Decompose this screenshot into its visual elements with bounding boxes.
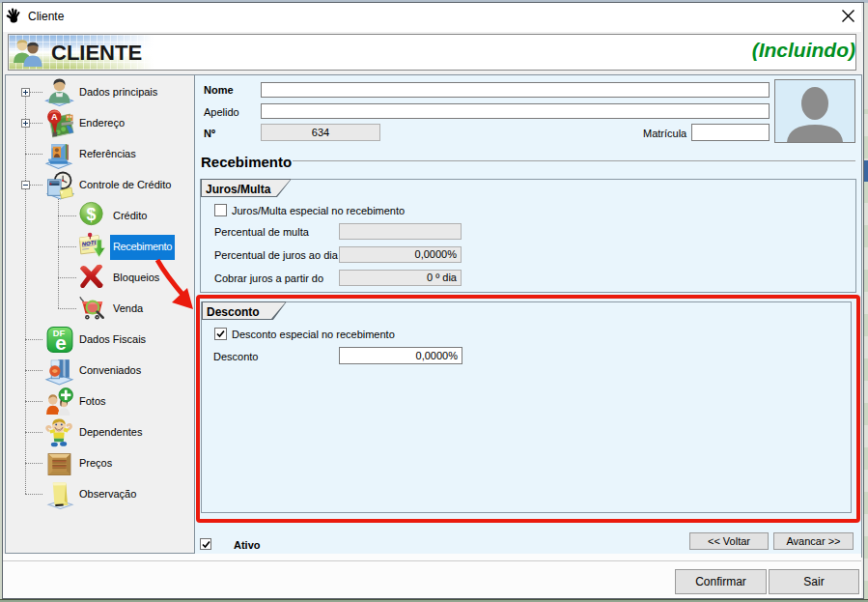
svg-text:A: A: [51, 112, 58, 122]
svg-text:e: e: [55, 331, 67, 354]
svg-text:$: $: [87, 205, 97, 224]
